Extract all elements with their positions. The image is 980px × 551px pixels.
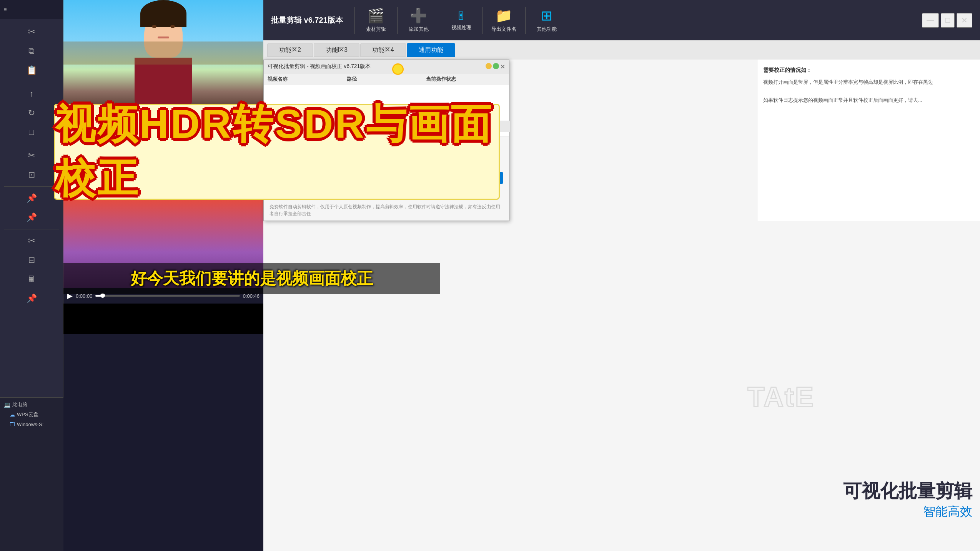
sidebar-divider-1 [4, 82, 59, 82]
description-line-2: 如果软件日志提示您的视频画面正常并且软件校正后面画面更好，请去... [763, 96, 974, 105]
minimize-button[interactable]: — [922, 13, 939, 28]
toolbar-separator-0 [354, 7, 355, 34]
file-tree-windows[interactable]: 🗔 Windows-S: [2, 420, 62, 429]
toolbar-add-btn[interactable]: ➕ 添加其他 [401, 5, 436, 36]
file-tree-pc[interactable]: 💻 此电脑 [2, 400, 62, 410]
sidebar-copy-icon[interactable]: ⧉ [0, 41, 63, 61]
dialog-window-controls: ✕ [486, 63, 505, 70]
dialog-maximize-btn[interactable] [493, 63, 499, 69]
cloud-icon: ☁ [10, 412, 15, 418]
sidebar-divider-2 [4, 144, 59, 144]
toolbar-material-btn[interactable]: 🎬 素材剪辑 [359, 5, 393, 36]
tab-bar: 功能区2 功能区3 功能区4 通用功能 [263, 40, 980, 60]
toolbar-other-func-btn[interactable]: ⊞ 其他功能 [529, 5, 564, 36]
col-path: 路径 [347, 76, 426, 83]
maximize-button[interactable]: □ [941, 13, 955, 28]
col-status: 当前操作状态 [426, 76, 505, 83]
left-sidebar: ≡ ✂ ⧉ 📋 ↑ ↻ □ ✂ ⊡ 📌 📌 ✂ ⊟ 🖩 📌 选中 1 个项目 7… [0, 0, 63, 551]
add-icon: ➕ [410, 8, 427, 24]
add-label: 添加其他 [409, 26, 429, 33]
video-process-icon: 🎚 [456, 10, 467, 22]
sidebar-calc-icon[interactable]: 🖩 [0, 270, 63, 289]
sidebar-divider-3 [4, 186, 59, 187]
file-tree: 💻 此电脑 ☁ WPS云盘 🗔 Windows-S: [0, 397, 63, 551]
tab-zone3[interactable]: 功能区3 [314, 43, 359, 57]
sidebar-pin2-icon[interactable]: 📌 [0, 208, 63, 227]
tate-badge: TAtE [747, 381, 815, 413]
toolbar-video-process-btn[interactable]: 🎚 视频处理 [444, 7, 479, 34]
sidebar-scissor-icon[interactable]: ✂ [0, 231, 63, 251]
dialog-minimize-btn[interactable] [486, 63, 492, 69]
video-process-label: 视频处理 [451, 24, 471, 31]
file-tree-wps[interactable]: ☁ WPS云盘 [2, 410, 62, 420]
watermark-subtitle: 智能高效 [843, 503, 972, 520]
subtitle-text: 好今天我们要讲的是视频画面校正 [131, 268, 373, 289]
cursor-indicator [392, 63, 404, 75]
watermark-area: 可视化批量剪辑 智能高效 [843, 479, 972, 520]
toolbar: 批量剪辑 v6.721版本 🎬 素材剪辑 ➕ 添加其他 🎚 视频处理 📁 导出文… [263, 0, 980, 40]
toolbar-export-btn[interactable]: 📁 导出文件名 [487, 5, 521, 36]
sidebar-paste-icon[interactable]: 📋 [0, 61, 63, 80]
title-banner: 视频HDR转SDR与画面校正 [54, 104, 500, 200]
tab-zone2[interactable]: 功能区2 [267, 43, 313, 57]
toolbar-separator-4 [525, 7, 526, 34]
close-button[interactable]: ✕ [957, 13, 972, 28]
description-line-1: 视频打开画面是竖屏，但是属性里分辨率宽与帧高却是横屏比例，即存在黑边 [763, 78, 974, 86]
dialog-titlebar[interactable]: 可视化批量剪辑 - 视频画面校正 v6.721版本 ✕ [264, 60, 509, 73]
export-icon: 📁 [495, 8, 512, 24]
other-func-label: 其他功能 [537, 26, 557, 33]
tab-zone4[interactable]: 功能区4 [360, 43, 406, 57]
tab-common[interactable]: 通用功能 [407, 43, 455, 57]
sidebar-divider-4 [4, 229, 59, 229]
sidebar-header-label: ≡ [4, 7, 7, 12]
description-panel: 需要校正的情况如： 视频打开画面是竖屏，但是属性里分辨率宽与帧高却是横屏比例，即… [757, 60, 980, 221]
window-controls: — □ ✕ [922, 13, 972, 28]
col-video-name: 视频名称 [268, 76, 347, 83]
cursor-circle [392, 63, 404, 75]
material-icon: 🎬 [367, 8, 384, 24]
windows-icon: 🗔 [10, 421, 15, 427]
video-top-frame [63, 0, 263, 108]
other-func-icon: ⊞ [541, 8, 552, 24]
toolbar-separator-2 [440, 7, 440, 34]
banner-text: 视频HDR转SDR与画面校正 [55, 98, 499, 206]
sidebar-header: ≡ [0, 0, 63, 19]
progress-bar[interactable] [95, 295, 240, 297]
watermark-title: 可视化批量剪辑 [843, 479, 972, 503]
toolbar-separator-1 [397, 7, 398, 34]
sidebar-cut-icon[interactable]: ✂ [0, 22, 63, 41]
dialog-title-text: 可视化批量剪辑 - 视频画面校正 v6.721版本 [268, 63, 371, 70]
toolbar-separator-3 [483, 7, 483, 34]
pc-icon: 💻 [4, 402, 10, 408]
sidebar-up-icon[interactable]: ↑ [0, 84, 63, 103]
export-label: 导出文件名 [491, 26, 516, 33]
sidebar-pin3-icon[interactable]: 📌 [0, 289, 63, 308]
dialog-table-header: 视频名称 路径 当前操作状态 [264, 73, 509, 85]
dialog-close-btn[interactable]: ✕ [500, 63, 505, 70]
app-title: 批量剪辑 v6.721版本 [271, 15, 343, 25]
material-label: 素材剪辑 [366, 26, 386, 33]
description-title: 需要校正的情况如： [763, 65, 974, 75]
sidebar-minus-icon[interactable]: ⊟ [0, 251, 63, 270]
subtitle-bar: 好今天我们要讲的是视频画面校正 [63, 263, 440, 294]
